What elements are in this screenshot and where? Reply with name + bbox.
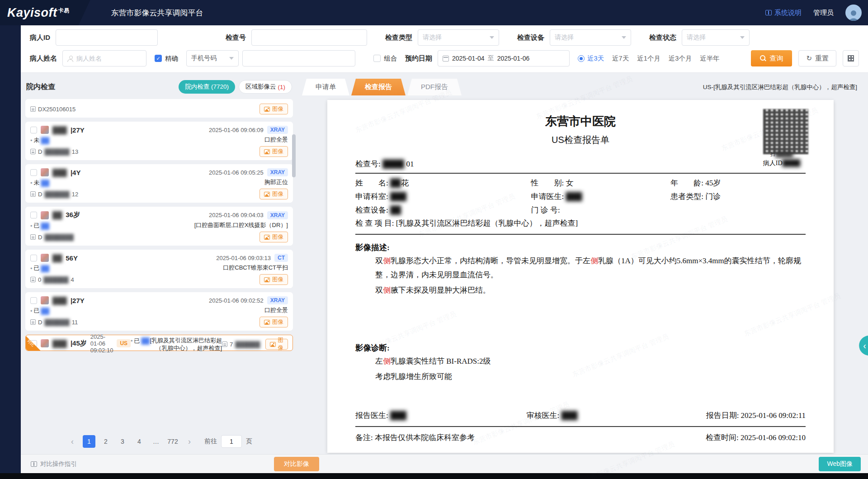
page-2-button[interactable]: 2 — [99, 435, 112, 448]
prev-page-button[interactable]: ‹ — [66, 435, 79, 448]
page-4-button[interactable]: 4 — [133, 435, 146, 448]
filter-row-1: 病人ID 检查号 检查类型 请选择 检查设备 请选择 检查状态 请选择 — [30, 27, 859, 48]
layout-settings-button[interactable] — [843, 50, 859, 66]
exam-card[interactable]: ███ |27Y 2025-01-06 09:06:09 XRAY •未██ 口… — [25, 122, 293, 160]
tab-pdf-report[interactable]: PDF报告 — [407, 79, 462, 95]
name-suffix: 花 — [401, 179, 409, 187]
report-date-label: 报告日期: — [706, 411, 739, 420]
page-3-button[interactable]: 3 — [116, 435, 129, 448]
patient-id-input[interactable] — [56, 29, 158, 46]
patient-name-field[interactable] — [76, 55, 142, 62]
patient-name-input[interactable] — [62, 50, 146, 66]
exam-card-selected[interactable]: ███ |45岁 2025-01-06 09:02:10 US •已██ [乳腺… — [25, 335, 293, 351]
page-1-button[interactable]: 1 — [83, 435, 95, 448]
view-images-label: 图像 — [272, 105, 283, 113]
exam-no-input[interactable] — [251, 29, 367, 46]
dept-label: 申请科室: — [355, 192, 388, 201]
device-select[interactable]: 请选择 — [550, 29, 631, 46]
card-id-row: D███████ 图像 — [30, 232, 288, 242]
section-gap — [355, 297, 806, 335]
exam-no-field[interactable] — [256, 34, 362, 41]
list-scrollbar-thumb[interactable] — [292, 134, 296, 177]
patient-type-value: 门诊 — [705, 192, 721, 201]
status-blurred: ██ — [41, 265, 49, 272]
person-icon — [847, 9, 860, 21]
combine-checkbox[interactable] — [373, 55, 381, 62]
exam-item-label: 检 查 项 目: — [355, 219, 394, 228]
compare-images-button[interactable]: 对比影像 — [274, 457, 319, 471]
flex-spacer — [355, 384, 806, 408]
exam-checkbox[interactable] — [30, 297, 37, 304]
phone-field[interactable] — [247, 55, 350, 62]
tab-internal-exams[interactable]: 院内检查 (7720) — [179, 80, 235, 94]
compare-guide-link[interactable]: 对比操作指引 — [31, 460, 77, 468]
view-images-button[interactable]: 图像 — [265, 339, 288, 350]
exam-type-select[interactable]: 请选择 — [418, 29, 499, 46]
view-images-button[interactable]: 图像 — [259, 317, 288, 327]
description-paragraph: 双侧腋下未探及明显肿大淋巴结。 — [355, 283, 806, 297]
phone-type-select[interactable]: 手机号码 — [186, 50, 239, 66]
tab-request-form[interactable]: 申请单 — [302, 79, 349, 95]
view-images-button[interactable]: 图像 — [259, 189, 288, 199]
exam-card[interactable]: DX250106015 图像 — [25, 99, 293, 118]
exam-card[interactable]: ███ |27Y 2025-01-06 09:02:52 XRAY •已██ 口… — [25, 292, 293, 331]
content-area: 院内检查 院内检查 (7720) 区域影像云 (1) DX250106015 — [21, 73, 868, 454]
diagnosis-line: 左侧乳腺囊实性结节 BI-RADS:2级 — [355, 354, 806, 368]
field-patient-type: 患者类型: 门诊 — [670, 190, 806, 204]
exam-checkbox[interactable] — [30, 255, 37, 261]
quick-range-7d[interactable]: 近7天 — [612, 54, 629, 63]
goto-page-input[interactable] — [221, 435, 242, 448]
exam-time: 2025-01-06 09:06:09 — [209, 127, 264, 133]
id-card-icon — [30, 149, 36, 154]
exam-card[interactable]: ██ 36岁 2025-01-06 09:04:03 XRAY •已██ [口腔… — [25, 207, 293, 246]
image-icon — [264, 107, 270, 112]
system-help-link[interactable]: 系统说明 — [765, 9, 802, 17]
view-images-button[interactable]: 图像 — [259, 104, 288, 114]
web-image-button[interactable]: Web图像 — [819, 457, 861, 471]
exam-checkbox[interactable] — [30, 212, 37, 218]
exam-checkbox[interactable] — [30, 169, 37, 176]
status-prefix: 未 — [34, 179, 40, 187]
quick-range-3m[interactable]: 近3个月 — [669, 54, 692, 63]
card-mid-row: •已██ [口腔曲面断层,口腔X线摄影（DR）] — [30, 222, 288, 230]
exam-card[interactable]: ██ 56Y 2025-01-06 09:03:13 CT •已██ 口腔CBC… — [25, 250, 293, 288]
quick-range-3d[interactable]: 近3天 — [578, 54, 604, 63]
diagnosis-line: 考虑乳腺增生所致可能 — [355, 370, 806, 384]
quick-range-1m[interactable]: 近1个月 — [637, 54, 660, 63]
name-label: 姓 名: — [355, 179, 388, 187]
page-ellipsis[interactable]: … — [150, 435, 162, 448]
phone-input[interactable] — [242, 50, 355, 66]
user-avatar[interactable] — [845, 5, 862, 21]
reset-button[interactable]: ↻ 重置 — [798, 50, 836, 66]
date-range-picker[interactable]: 2025-01-04 至 2025-01-06 — [438, 50, 570, 66]
manual-icon — [765, 10, 772, 15]
search-button-label: 查询 — [769, 54, 783, 63]
report-status: •已██ — [30, 264, 49, 272]
page-772-button[interactable]: 772 — [166, 435, 179, 448]
tab-regional-cloud[interactable]: 区域影像云 (1) — [239, 80, 292, 94]
search-button[interactable]: 查询 — [751, 50, 792, 66]
patient-name-blurred: ██ — [52, 211, 62, 219]
exam-checkbox[interactable] — [30, 127, 37, 133]
card-mid-row: •已██ 口腔CBCT锥形束CT平扫 — [30, 264, 288, 272]
view-images-label: 图像 — [272, 276, 283, 284]
exam-id-prefix: D — [38, 148, 42, 155]
status-select[interactable]: 请选择 — [682, 29, 750, 46]
quick-range-6m[interactable]: 近半年 — [700, 54, 720, 63]
view-images-button[interactable]: 图像 — [259, 232, 288, 242]
tab-exam-report[interactable]: 检查报告 — [351, 79, 406, 95]
note-value: 本报告仅供本院临床科室参考 — [375, 433, 475, 442]
modality-badge: XRAY — [267, 168, 288, 176]
view-images-button[interactable]: 图像 — [259, 274, 288, 285]
report-status: •未██ — [30, 179, 49, 187]
view-images-button[interactable]: 图像 — [259, 146, 288, 157]
page-suffix-label: 页 — [246, 437, 252, 446]
card-id-row: D██████12 图像 — [30, 189, 288, 199]
next-page-button[interactable]: › — [183, 435, 196, 448]
patient-id-field[interactable] — [61, 34, 153, 41]
exam-id-suffix: 12 — [72, 191, 78, 198]
exact-checkbox[interactable]: ✓ — [155, 55, 162, 62]
exam-card[interactable]: ███ |4Y 2025-01-06 09:05:25 XRAY •未██ 胸部… — [25, 164, 293, 203]
exam-id: D██████13 — [30, 148, 78, 155]
exam-checkbox[interactable] — [30, 340, 37, 347]
